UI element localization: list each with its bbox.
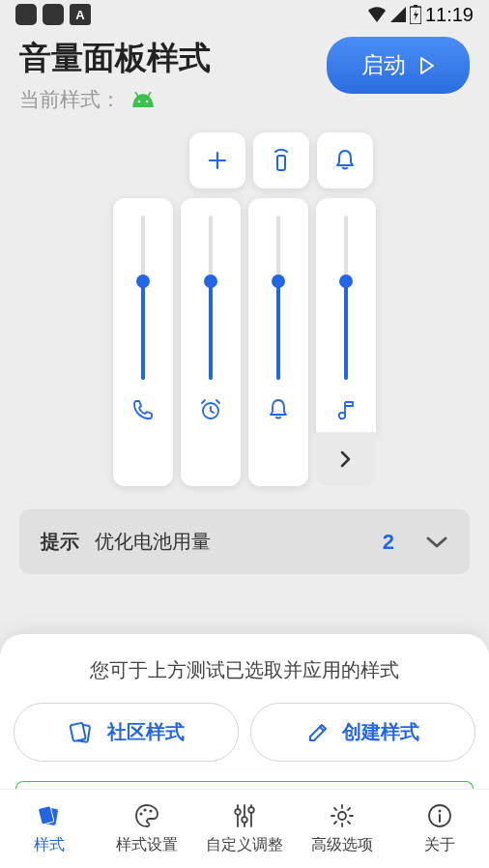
add-button[interactable] bbox=[189, 132, 245, 188]
app-indicator-icon bbox=[43, 4, 64, 25]
cards-icon bbox=[69, 721, 94, 744]
status-bar: A 11:19 bbox=[0, 0, 489, 29]
launch-label: 启动 bbox=[361, 50, 406, 80]
status-right: 11:19 bbox=[367, 4, 474, 26]
alarm-icon bbox=[199, 399, 222, 420]
create-style-button[interactable]: 创建样式 bbox=[250, 703, 475, 762]
svg-rect-1 bbox=[414, 5, 417, 8]
tip-label: 提示 bbox=[41, 529, 79, 555]
app-indicator-icon bbox=[15, 4, 37, 25]
clock: 11:19 bbox=[425, 4, 474, 26]
svg-rect-8 bbox=[70, 722, 85, 740]
tip-text: 优化电池用量 bbox=[95, 529, 367, 555]
community-label: 社区样式 bbox=[107, 719, 185, 745]
android-icon bbox=[130, 92, 156, 107]
wifi-icon bbox=[367, 7, 387, 22]
page-subtitle: 当前样式： bbox=[19, 86, 211, 113]
svg-point-19 bbox=[439, 810, 442, 813]
phone-icon bbox=[132, 399, 154, 420]
gear-icon bbox=[329, 802, 356, 829]
bottom-nav: 样式 样式设置 自定义调整 高级选项 关于 bbox=[0, 789, 489, 868]
chevron-right-icon bbox=[340, 450, 352, 468]
community-styles-button[interactable]: 社区样式 bbox=[14, 703, 239, 762]
chevron-down-icon bbox=[425, 535, 448, 549]
nav-style-settings[interactable]: 样式设置 bbox=[98, 790, 195, 868]
volume-slider-alarm[interactable] bbox=[181, 198, 241, 486]
svg-point-6 bbox=[339, 413, 345, 419]
header: 音量面板样式 当前样式： 启动 bbox=[0, 29, 489, 113]
nav-label: 高级选项 bbox=[311, 835, 373, 855]
svg-point-17 bbox=[338, 812, 346, 820]
sheet-hint: 您可于上方测试已选取并应用的样式 bbox=[14, 657, 475, 683]
bottom-sheet: 您可于上方测试已选取并应用的样式 社区样式 创建样式 bbox=[0, 634, 489, 789]
signal-icon bbox=[390, 7, 406, 22]
status-left: A bbox=[15, 4, 91, 25]
launch-button[interactable]: 启动 bbox=[327, 37, 470, 94]
bell-icon bbox=[334, 149, 356, 172]
volume-panel-preview bbox=[0, 132, 489, 486]
bell-icon bbox=[268, 399, 289, 420]
svg-rect-4 bbox=[277, 156, 285, 170]
svg-point-13 bbox=[149, 809, 152, 812]
palette-icon bbox=[133, 802, 160, 829]
partial-green-button[interactable] bbox=[15, 781, 474, 789]
nav-advanced[interactable]: 高级选项 bbox=[294, 790, 391, 868]
battery-icon bbox=[410, 5, 421, 24]
svg-point-16 bbox=[248, 807, 254, 813]
play-icon bbox=[419, 57, 435, 74]
svg-point-12 bbox=[143, 808, 146, 811]
nav-style[interactable]: 样式 bbox=[0, 790, 98, 868]
volume-slider-call[interactable] bbox=[113, 198, 173, 486]
pencil-icon bbox=[307, 722, 329, 743]
volume-slider-ring[interactable] bbox=[248, 198, 308, 486]
info-icon bbox=[427, 803, 452, 828]
nav-label: 自定义调整 bbox=[206, 835, 283, 855]
svg-point-2 bbox=[138, 101, 141, 103]
volume-slider-media[interactable] bbox=[316, 198, 376, 434]
nav-custom[interactable]: 自定义调整 bbox=[195, 790, 293, 868]
cast-button[interactable] bbox=[253, 132, 309, 188]
plus-icon bbox=[207, 150, 228, 171]
tip-card[interactable]: 提示 优化电池用量 2 bbox=[19, 509, 470, 574]
nav-about[interactable]: 关于 bbox=[391, 790, 489, 868]
expand-button[interactable] bbox=[316, 432, 376, 486]
cast-icon bbox=[271, 148, 292, 173]
nav-label: 样式 bbox=[34, 835, 65, 855]
svg-point-14 bbox=[235, 809, 241, 815]
svg-point-15 bbox=[242, 817, 247, 823]
music-icon bbox=[337, 399, 355, 420]
create-label: 创建样式 bbox=[342, 719, 419, 745]
app-indicator-a-icon: A bbox=[70, 4, 91, 25]
cards-icon bbox=[36, 803, 63, 828]
nav-label: 关于 bbox=[424, 835, 455, 855]
sliders-icon bbox=[232, 802, 257, 829]
svg-point-3 bbox=[146, 101, 149, 103]
nav-label: 样式设置 bbox=[116, 835, 178, 855]
svg-point-11 bbox=[139, 812, 142, 815]
tip-count: 2 bbox=[383, 530, 394, 555]
ring-button[interactable] bbox=[317, 132, 373, 188]
current-style-label: 当前样式： bbox=[19, 86, 121, 113]
page-title: 音量面板样式 bbox=[19, 37, 211, 80]
